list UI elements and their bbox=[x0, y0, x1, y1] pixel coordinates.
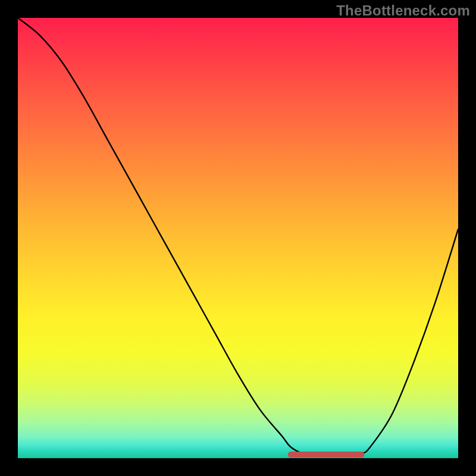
curve-layer bbox=[18, 18, 458, 458]
bottleneck-curve bbox=[18, 18, 458, 456]
chart-container: TheBottleneck.com bbox=[0, 0, 476, 476]
plot-area bbox=[18, 18, 458, 458]
watermark-text: TheBottleneck.com bbox=[336, 2, 470, 19]
